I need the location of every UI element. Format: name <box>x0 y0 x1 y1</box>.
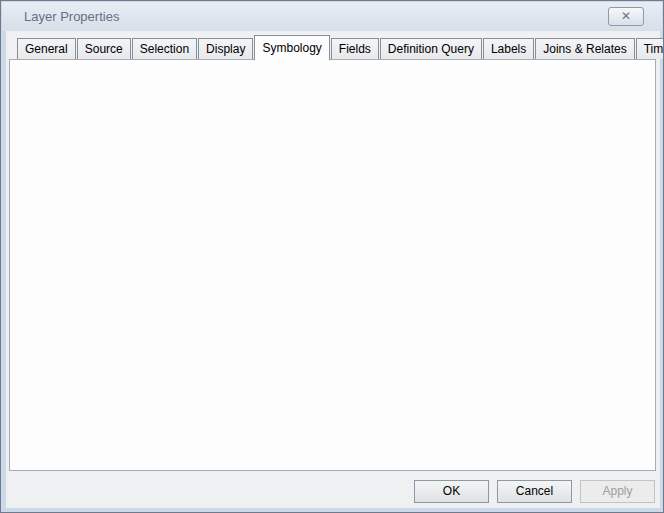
tab-selection[interactable]: Selection <box>132 38 197 59</box>
tab-labels[interactable]: Labels <box>483 38 534 59</box>
tab-definition-query[interactable]: Definition Query <box>380 38 482 59</box>
apply-button: Apply <box>580 480 655 503</box>
ok-button[interactable]: OK <box>414 480 489 503</box>
tab-fields[interactable]: Fields <box>331 38 379 59</box>
title-bar[interactable]: Layer Properties ✕ <box>2 2 662 31</box>
tab-symbology[interactable]: Symbology <box>254 35 329 60</box>
tab-time[interactable]: Time <box>636 38 664 59</box>
window-title: Layer Properties <box>24 9 119 24</box>
tab-joins-relates[interactable]: Joins & Relates <box>535 38 634 59</box>
symbology-tab-page <box>9 59 656 471</box>
tab-strip: General Source Selection Display Symbolo… <box>17 38 664 59</box>
tab-display[interactable]: Display <box>198 38 253 59</box>
cancel-button[interactable]: Cancel <box>497 480 572 503</box>
close-icon[interactable]: ✕ <box>608 7 644 26</box>
layer-properties-dialog: Layer Properties ✕ General Source Select… <box>0 0 664 513</box>
tab-source[interactable]: Source <box>77 38 131 59</box>
tab-general[interactable]: General <box>17 38 76 59</box>
